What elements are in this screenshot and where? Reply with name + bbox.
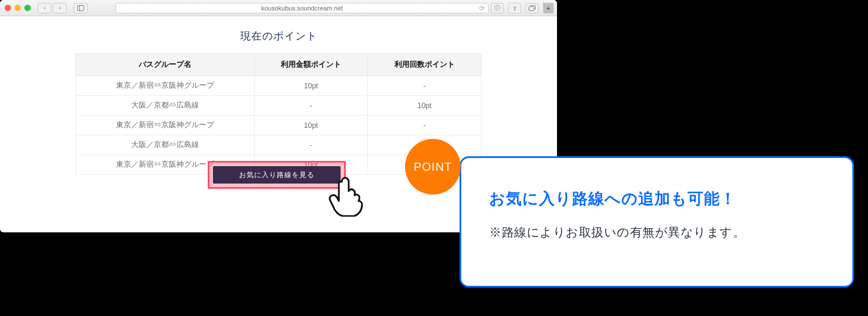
cell-group: 東京／新宿⇔京阪神グループ xyxy=(76,116,255,135)
view-favorite-routes-button[interactable]: お気に入り路線を見る xyxy=(213,166,341,184)
cell-count: 10pt xyxy=(368,96,482,116)
cell-amount: 10pt xyxy=(254,116,368,135)
table-row: 東京／新宿⇔京阪神グループ 10pt - xyxy=(76,116,482,135)
cell-amount: - xyxy=(254,96,368,116)
url-text: kousokubus.soundcream.net xyxy=(261,5,343,12)
table-row: 東京／新宿⇔京阪神グループ 10pt - xyxy=(76,76,482,96)
svg-rect-3 xyxy=(529,7,534,11)
share-button[interactable]: ⇪ xyxy=(508,3,521,13)
window-maximize-icon[interactable] xyxy=(24,5,31,11)
page-title: 現在のポイント xyxy=(75,29,482,43)
new-tab-button[interactable]: + xyxy=(543,3,554,13)
table-header-row: バスグループ名 利用金額ポイント 利用回数ポイント xyxy=(76,54,482,76)
point-badge: POINT xyxy=(405,139,461,195)
reload-icon[interactable]: ⟳ xyxy=(479,4,484,12)
cell-amount: - xyxy=(254,135,368,155)
col-header-amount: 利用金額ポイント xyxy=(254,54,368,76)
nav-forward-button[interactable]: › xyxy=(53,3,67,13)
callout-subtext: ※路線によりお取扱いの有無が異なります。 xyxy=(489,224,824,240)
show-sidebar-button[interactable] xyxy=(74,3,88,13)
cta-highlight-frame: お気に入り路線を見る xyxy=(208,161,346,189)
sidebar-icon xyxy=(77,5,84,11)
cell-amount: 10pt xyxy=(254,76,368,96)
tabs-icon xyxy=(529,5,536,11)
url-bar[interactable]: kousokubus.soundcream.net ⟳ xyxy=(115,3,489,13)
table-row: 大阪／京都⇔広島線 - 10pt xyxy=(76,96,482,116)
cell-group: 東京／新宿⇔京阪神グループ xyxy=(76,76,255,96)
window-minimize-icon[interactable] xyxy=(15,5,21,11)
cell-count: - xyxy=(368,76,482,96)
window-close-icon[interactable] xyxy=(5,5,11,11)
show-tabs-button[interactable] xyxy=(526,3,538,13)
reader-button[interactable]: ⓘ xyxy=(491,3,504,13)
col-header-group: バスグループ名 xyxy=(76,54,255,76)
cell-count: - xyxy=(368,116,482,135)
window-traffic-lights xyxy=(5,5,31,11)
callout-title: お気に入り路線への追加も可能！ xyxy=(489,188,824,209)
cell-group: 大阪／京都⇔広島線 xyxy=(76,96,255,116)
browser-chrome: ‹ › kousokubus.soundcream.net ⟳ ⓘ ⇪ + xyxy=(0,0,557,16)
nav-back-button[interactable]: ‹ xyxy=(38,3,52,13)
cell-group: 大阪／京都⇔広島線 xyxy=(76,135,255,155)
browser-toolbar-right: ⓘ ⇪ + xyxy=(491,0,554,16)
nav-back-forward: ‹ › xyxy=(38,3,67,13)
col-header-count: 利用回数ポイント xyxy=(368,54,482,76)
info-callout: お気に入り路線への追加も可能！ ※路線によりお取扱いの有無が異なります。 xyxy=(460,156,854,288)
svg-rect-0 xyxy=(78,5,84,10)
